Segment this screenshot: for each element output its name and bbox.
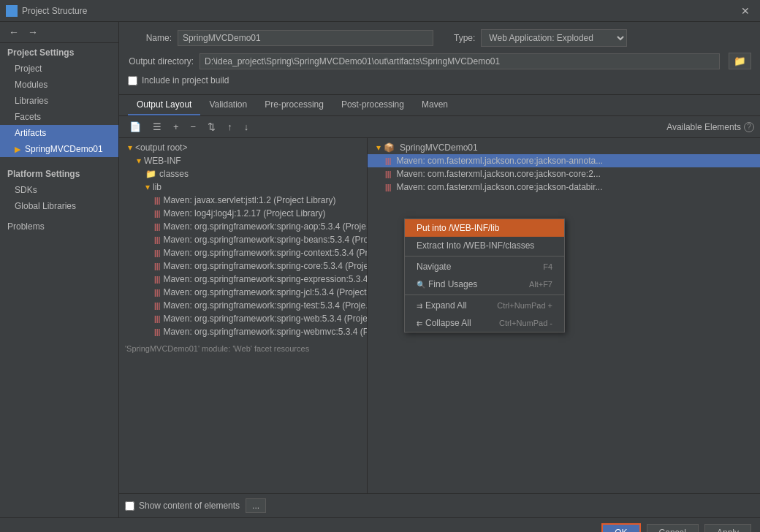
context-menu-find-usages[interactable]: 🔍 Find Usages Alt+F7 xyxy=(405,276,564,293)
toolbar-reorder-btn[interactable]: ⇅ xyxy=(203,119,220,134)
find-usages-icon: 🔍 xyxy=(417,281,425,289)
tree-node-jstl[interactable]: ||| Maven: javax.servlet:jstl:1.2 (Proje… xyxy=(119,194,367,207)
context-menu-sep-1 xyxy=(405,256,564,256)
name-input[interactable] xyxy=(178,30,433,46)
maven-web-icon: ||| xyxy=(154,315,160,323)
tab-pre-processing[interactable]: Pre-processing xyxy=(256,95,332,115)
sidebar-item-facets[interactable]: Facets xyxy=(0,109,118,125)
tree-node-web[interactable]: ||| Maven: org.springframework:spring-we… xyxy=(119,312,367,325)
tree-node-test-label: Maven: org.springframework:spring-test:5… xyxy=(163,300,367,311)
avail-maven-icon-3: ||| xyxy=(385,183,391,191)
tree-node-expression-label: Maven: org.springframework:spring-expres… xyxy=(163,274,367,284)
tree-node-lib-label: lib xyxy=(153,182,162,192)
apply-button[interactable]: Apply xyxy=(704,524,751,533)
avail-node-jackson-anno[interactable]: ||| Maven: com.fasterxml.jackson.core:ja… xyxy=(368,154,760,167)
sidebar-item-sdks[interactable]: SDKs xyxy=(0,182,118,198)
sidebar-item-project[interactable]: Project xyxy=(0,61,118,77)
expand-icon: ⇉ xyxy=(417,302,422,310)
tab-maven[interactable]: Maven xyxy=(413,95,457,115)
context-menu-extract-into[interactable]: Extract Into /WEB-INF/classes xyxy=(405,237,564,254)
tree-node-beans[interactable]: ||| Maven: org.springframework:spring-be… xyxy=(119,233,367,246)
tree-node-aop[interactable]: ||| Maven: org.springframework:spring-ao… xyxy=(119,220,367,233)
sidebar-item-artifacts[interactable]: Artifacts xyxy=(0,125,118,141)
avail-node-module[interactable]: ▾ 📦 SpringMVCDemo01 xyxy=(368,141,760,154)
sidebar-item-global-libraries[interactable]: Global Libraries xyxy=(0,198,118,214)
artifact-label: SpringMVCDemo01 xyxy=(25,144,103,154)
tree-node-aop-label: Maven: org.springframework:spring-aop:5.… xyxy=(163,221,367,232)
tree-node-log4j[interactable]: ||| Maven: log4j:log4j:1.2.17 (Project L… xyxy=(119,207,367,220)
tree-node-context[interactable]: ||| Maven: org.springframework:spring-co… xyxy=(119,246,367,259)
maven-context-icon: ||| xyxy=(154,249,160,257)
context-menu-put-into[interactable]: Put into /WEB-INF/lib xyxy=(405,219,564,237)
show-content-checkbox[interactable] xyxy=(125,501,134,511)
avail-jackson-databind-label: Maven: com.fasterxml.jackson.core:jackso… xyxy=(396,182,602,192)
footer: OK Cancel Apply xyxy=(0,517,760,532)
platform-settings-header: Platform Settings xyxy=(0,166,118,182)
artifact-icon: ▶ xyxy=(15,145,20,154)
sidebar-item-libraries[interactable]: Libraries xyxy=(0,93,118,109)
tree-node-classes[interactable]: 📁 classes xyxy=(119,167,367,180)
toolbar-remove-btn[interactable]: − xyxy=(186,119,201,134)
tree-node-webinf[interactable]: ▾ WEB-INF xyxy=(119,154,367,167)
main-content: Name: Type: Web Application: Exploded Ou… xyxy=(119,22,760,517)
tree-node-context-label: Maven: org.springframework:spring-contex… xyxy=(163,248,367,258)
available-elements-label: Available Elements xyxy=(666,122,741,132)
tree-node-log4j-label: Maven: log4j:log4j:1.2.17 (Project Libra… xyxy=(163,208,325,218)
type-select[interactable]: Web Application: Exploded xyxy=(481,29,627,47)
close-button[interactable]: ✕ xyxy=(737,5,754,17)
tree-node-label: <output root> xyxy=(135,142,187,153)
avail-expand-icon: ▾ xyxy=(376,142,381,153)
output-dir-label: Output directory: xyxy=(128,56,194,66)
browse-button[interactable]: 📁 xyxy=(729,53,751,69)
tree-node-jcl-label: Maven: org.springframework:spring-jcl:5.… xyxy=(163,287,367,297)
toolbar-add-btn[interactable]: + xyxy=(169,119,183,134)
tree-node-webmvc[interactable]: ||| Maven: org.springframework:spring-we… xyxy=(119,325,367,338)
sidebar-item-modules[interactable]: Modules xyxy=(0,77,118,93)
artifact-list-item[interactable]: ▶ SpringMVCDemo01 xyxy=(0,141,118,157)
context-menu-collapse-all[interactable]: ⇇ Collapse All Ctrl+NumPad - xyxy=(405,314,564,332)
toolbar-list-btn[interactable]: ☰ xyxy=(148,119,166,134)
include-row: Include in project build xyxy=(128,75,751,86)
tab-output-layout[interactable]: Output Layout xyxy=(128,95,200,115)
root-icon: ▾ xyxy=(128,142,132,153)
include-checkbox[interactable] xyxy=(128,76,137,86)
context-menu-expand-all[interactable]: ⇉ Expand All Ctrl+NumPad + xyxy=(405,297,564,314)
toolbar: 📄 ☰ + − ⇅ ↑ ↓ Available Elements ? xyxy=(119,116,760,138)
context-menu-navigate[interactable]: Navigate F4 xyxy=(405,258,564,276)
tree-node-webmvc-label: Maven: org.springframework:spring-webmvc… xyxy=(163,327,367,337)
toolbar-up-btn[interactable]: ↑ xyxy=(223,119,237,134)
show-content-btn[interactable]: ... xyxy=(246,498,266,513)
toolbar-layout-btn[interactable]: 📄 xyxy=(125,119,145,134)
show-content-label: Show content of elements xyxy=(139,501,240,511)
title-bar: Project Structure ✕ xyxy=(0,0,760,22)
avail-node-jackson-databind[interactable]: ||| Maven: com.fasterxml.jackson.core:ja… xyxy=(368,180,760,194)
avail-module-label: SpringMVCDemo01 xyxy=(400,142,478,153)
tree-node-expression[interactable]: ||| Maven: org.springframework:spring-ex… xyxy=(119,273,367,286)
toolbar-down-btn[interactable]: ↓ xyxy=(240,119,254,134)
back-button[interactable]: ← xyxy=(6,25,22,39)
tree-node-root[interactable]: ▾ <output root> xyxy=(119,141,367,154)
tree-node-web-label: Maven: org.springframework:spring-web:5.… xyxy=(163,314,367,324)
tabs-bar: Output Layout Validation Pre-processing … xyxy=(119,95,760,116)
folder-classes-icon: 📁 xyxy=(145,169,156,179)
tree-node-classes-label: classes xyxy=(159,169,189,179)
tree-node-core[interactable]: ||| Maven: org.springframework:spring-co… xyxy=(119,259,367,273)
avail-jackson-anno-label: Maven: com.fasterxml.jackson.core:jackso… xyxy=(396,156,603,166)
cancel-button[interactable]: Cancel xyxy=(647,524,699,533)
tree-node-jcl[interactable]: ||| Maven: org.springframework:spring-jc… xyxy=(119,286,367,299)
ok-button[interactable]: OK xyxy=(601,523,640,533)
tab-validation[interactable]: Validation xyxy=(200,95,256,115)
avail-node-jackson-core[interactable]: ||| Maven: com.fasterxml.jackson.core:ja… xyxy=(368,167,760,180)
maven-beans-icon: ||| xyxy=(154,236,160,244)
tab-post-processing[interactable]: Post-processing xyxy=(332,95,413,115)
project-settings-header: Project Settings xyxy=(0,43,118,61)
forward-button[interactable]: → xyxy=(25,25,41,39)
tree-node-lib[interactable]: ▾ lib xyxy=(119,180,367,194)
maven-webmvc-icon: ||| xyxy=(154,328,160,336)
output-dir-row: Output directory: 📁 xyxy=(128,53,751,69)
tree-node-test[interactable]: ||| Maven: org.springframework:spring-te… xyxy=(119,299,367,312)
avail-maven-icon-1: ||| xyxy=(385,157,391,165)
maven-test-icon: ||| xyxy=(154,302,160,310)
sidebar-item-problems[interactable]: Problems xyxy=(0,217,118,235)
output-dir-input[interactable] xyxy=(200,53,720,69)
